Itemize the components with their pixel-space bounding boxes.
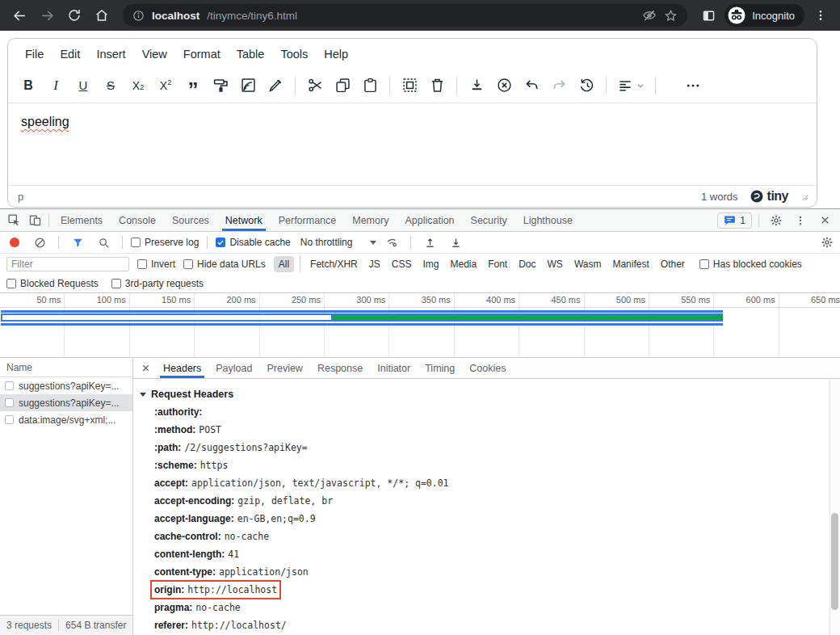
issues-counter[interactable]: 1 xyxy=(717,212,752,229)
details-tab[interactable]: Initiator xyxy=(370,358,418,378)
cancel-button[interactable] xyxy=(490,72,518,99)
devtools-tab[interactable]: Console xyxy=(111,209,164,231)
superscript-button[interactable]: X2 xyxy=(152,72,179,99)
resize-handle-icon[interactable] xyxy=(800,192,808,201)
permanent-pen-button[interactable] xyxy=(262,72,289,99)
details-close-button[interactable] xyxy=(136,360,154,377)
filter-toggle-button[interactable] xyxy=(67,233,88,252)
devtools-tab[interactable]: Performance xyxy=(271,209,345,231)
resource-type-chip[interactable]: WS xyxy=(543,256,568,272)
misspelled-word[interactable]: speeling xyxy=(21,115,69,128)
preserve-log-control[interactable]: Preserve log xyxy=(131,237,199,248)
devtools-close-button[interactable] xyxy=(814,211,835,230)
blocked-requests-checkbox[interactable] xyxy=(6,279,16,288)
network-settings-button[interactable] xyxy=(821,236,834,249)
throttling-select[interactable]: No throttling xyxy=(300,237,377,248)
undo-button[interactable] xyxy=(518,72,545,99)
resource-type-chip[interactable]: Doc xyxy=(514,256,540,272)
devtools-tab[interactable]: Lighthouse xyxy=(515,209,581,231)
delete-button[interactable] xyxy=(423,72,451,99)
editor-content[interactable]: speeling xyxy=(8,103,817,185)
resource-type-chip[interactable]: JS xyxy=(364,256,385,272)
scrollbar-thumb[interactable] xyxy=(831,513,838,610)
details-tab[interactable]: Headers xyxy=(156,358,208,378)
blockquote-button[interactable]: ” xyxy=(179,72,207,99)
restore-draft-button[interactable] xyxy=(573,72,600,99)
resource-type-chip[interactable]: Font xyxy=(483,256,512,272)
select-all-button[interactable] xyxy=(396,72,423,99)
request-row[interactable]: suggestions?apiKey=... xyxy=(0,394,132,411)
format-painter-button[interactable] xyxy=(207,72,234,99)
network-search-button[interactable] xyxy=(93,233,114,252)
details-scrollbar[interactable] xyxy=(830,380,840,635)
inspect-element-button[interactable] xyxy=(3,211,24,230)
devtools-settings-button[interactable] xyxy=(766,211,787,230)
editor-menu-item[interactable]: File xyxy=(18,44,51,65)
request-list-header[interactable]: Name xyxy=(0,358,132,377)
paste-button[interactable] xyxy=(356,72,384,99)
forward-button[interactable] xyxy=(36,4,58,27)
resource-type-chip[interactable]: Fetch/XHR xyxy=(300,256,363,272)
element-path[interactable]: p xyxy=(18,191,690,203)
resource-type-chip[interactable]: CSS xyxy=(387,256,417,272)
request-row[interactable]: data:image/svg+xml;... xyxy=(0,411,132,428)
resource-type-chip[interactable]: Manifest xyxy=(607,256,653,272)
back-button[interactable] xyxy=(8,4,31,27)
devtools-tab[interactable]: Sources xyxy=(164,209,217,231)
request-row[interactable]: suggestions?apiKey=... xyxy=(0,377,132,394)
subscript-button[interactable]: X2 xyxy=(124,72,152,99)
more-button[interactable] xyxy=(679,72,707,99)
italic-button[interactable]: I xyxy=(42,72,69,99)
resource-type-chip[interactable]: Media xyxy=(445,256,481,272)
record-button[interactable] xyxy=(10,238,19,247)
address-bar[interactable]: localhost/tinymce/tiny6.html xyxy=(123,4,687,27)
third-party-checkbox[interactable] xyxy=(111,279,121,288)
strikethrough-button[interactable]: S xyxy=(97,72,124,99)
editor-menu-item[interactable]: Help xyxy=(317,44,355,65)
clear-button[interactable] xyxy=(29,233,50,252)
invert-control[interactable]: Invert xyxy=(137,259,175,270)
hide-data-urls-checkbox[interactable] xyxy=(183,259,193,269)
side-panel-button[interactable] xyxy=(697,4,720,27)
resource-type-chip[interactable]: Other xyxy=(656,256,690,272)
has-blocked-cookies-control[interactable]: Has blocked cookies xyxy=(699,259,802,270)
editor-menu-item[interactable]: View xyxy=(135,44,174,65)
disable-cache-control[interactable]: Disable cache xyxy=(216,237,290,248)
disable-cache-checkbox[interactable] xyxy=(216,238,225,247)
editor-menu-item[interactable]: Insert xyxy=(89,44,132,65)
request-headers-section[interactable]: Request Headers xyxy=(140,385,840,403)
filter-input[interactable] xyxy=(6,257,129,271)
details-tab[interactable]: Payload xyxy=(208,358,259,378)
underline-button[interactable]: U xyxy=(69,72,97,99)
export-har-button[interactable] xyxy=(445,233,466,252)
info-icon[interactable] xyxy=(132,10,145,22)
devtools-tab[interactable]: Memory xyxy=(344,209,397,231)
details-tab[interactable]: Timing xyxy=(418,358,462,378)
third-party-control[interactable]: 3rd-party requests xyxy=(111,278,204,289)
devtools-tab[interactable]: Elements xyxy=(52,209,111,231)
devtools-tab[interactable]: Network xyxy=(217,209,271,231)
bold-button[interactable]: B xyxy=(15,72,42,99)
edit-image-button[interactable] xyxy=(234,72,262,99)
profile-chip[interactable]: Incognito xyxy=(724,4,804,27)
browser-menu-button[interactable] xyxy=(809,4,832,27)
blocked-requests-control[interactable]: Blocked Requests xyxy=(6,278,99,289)
has-blocked-cookies-checkbox[interactable] xyxy=(699,259,709,269)
copy-button[interactable] xyxy=(329,72,356,99)
align-button[interactable] xyxy=(612,72,649,99)
device-toolbar-button[interactable] xyxy=(24,211,45,230)
reload-button[interactable] xyxy=(63,4,86,27)
editor-menu-item[interactable]: Edit xyxy=(52,44,87,65)
redo-button[interactable] xyxy=(545,72,573,99)
editor-menu-item[interactable]: Table xyxy=(229,44,272,65)
details-tab[interactable]: Response xyxy=(310,358,370,378)
devtools-tab[interactable]: Application xyxy=(397,209,462,231)
hide-data-urls-control[interactable]: Hide data URLs xyxy=(183,259,266,270)
editor-menu-item[interactable]: Tools xyxy=(273,44,315,65)
editor-menu-item[interactable]: Format xyxy=(176,44,228,65)
network-conditions-button[interactable] xyxy=(381,233,402,252)
devtools-tab[interactable]: Security xyxy=(463,209,515,231)
eye-off-icon[interactable] xyxy=(642,8,657,23)
tiny-branding[interactable]: tiny xyxy=(750,189,788,204)
resource-type-chip[interactable]: All xyxy=(274,256,294,272)
